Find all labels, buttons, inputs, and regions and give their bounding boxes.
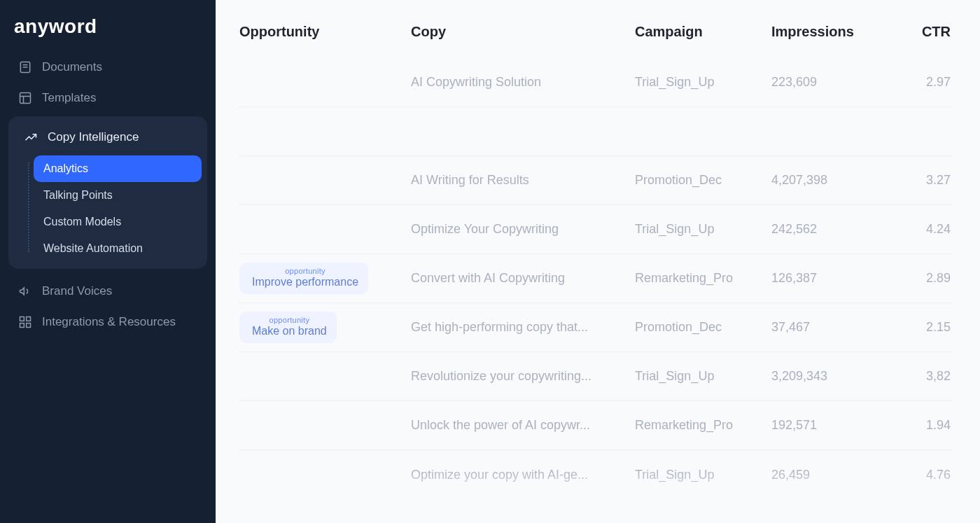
sidebar-item-brand-voices[interactable]: Brand Voices (8, 276, 207, 307)
cell-campaign: Remarketing_Pro (635, 418, 771, 433)
cell-ctr: 2.15 (890, 320, 953, 335)
cell-copy: Optimize your copy with AI-ge... (411, 468, 635, 482)
cell-copy: AI Writing for Results (411, 173, 635, 188)
sidebar-subitem-talking-points[interactable]: Talking Points (34, 182, 202, 209)
cell-opportunity: opportunityImprove performance (239, 263, 411, 294)
cell-campaign: Promotion_Dec (635, 320, 771, 335)
opportunity-label: Make on brand (252, 325, 327, 337)
sidebar-item-copy-intelligence[interactable]: Copy Intelligence (14, 122, 202, 153)
sidebar-item-label: Copy Intelligence (48, 130, 139, 144)
cell-campaign: Trial_Sign_Up (635, 468, 771, 482)
megaphone-icon (18, 284, 32, 298)
sidebar-subitem-label: Website Automation (43, 242, 143, 255)
cell-impressions: 192,571 (771, 418, 890, 433)
cell-impressions: 37,467 (771, 320, 890, 335)
cell-copy: Get high-performing copy that... (411, 320, 635, 335)
sidebar: anyword Documents Templates Copy Intelli… (0, 0, 216, 523)
cell-copy: Unlock the power of AI copywr... (411, 418, 635, 433)
cell-impressions: 3,209,343 (771, 369, 890, 384)
cell-ctr: 4.24 (890, 222, 953, 237)
sidebar-subitem-label: Analytics (43, 162, 88, 175)
col-header-copy[interactable]: Copy (411, 24, 635, 40)
sidebar-item-label: Brand Voices (42, 284, 112, 298)
table-row[interactable]: Unlock the power of AI copywr...Remarket… (239, 401, 952, 450)
sidebar-sublist: Analytics Talking Points Custom Models W… (28, 155, 202, 262)
svg-rect-6 (20, 317, 24, 321)
cell-ctr: 1.94 (890, 418, 953, 433)
sidebar-subitem-label: Custom Models (43, 216, 121, 228)
grid-icon (18, 315, 32, 329)
cell-impressions: 4,207,398 (771, 173, 890, 188)
col-header-ctr[interactable]: CTR (890, 24, 953, 40)
cell-impressions: 26,459 (771, 468, 890, 482)
cell-copy: Optimize Your Copywriting (411, 222, 635, 237)
cell-opportunity: opportunityMake on brand (239, 312, 411, 343)
sidebar-item-label: Templates (42, 91, 96, 105)
cell-ctr: 2.97 (890, 75, 953, 90)
cell-impressions: 242,562 (771, 222, 890, 237)
sidebar-item-templates[interactable]: Templates (8, 83, 207, 113)
svg-rect-9 (27, 323, 31, 328)
cell-campaign: Trial_Sign_Up (635, 369, 771, 384)
cell-ctr: 3.27 (890, 173, 953, 188)
cell-copy: AI Copywriting Solution (411, 75, 635, 90)
table-row[interactable]: opportunityMake on brandGet high-perform… (239, 303, 952, 352)
sidebar-subitem-analytics[interactable]: Analytics (34, 155, 202, 182)
opportunity-label: Improve performance (252, 276, 358, 288)
sidebar-subitem-custom-models[interactable]: Custom Models (34, 209, 202, 235)
cell-ctr: 4.76 (890, 468, 953, 482)
brand-logo: anyword (8, 13, 207, 52)
opportunity-chip[interactable]: opportunityMake on brand (239, 312, 337, 343)
cell-impressions: 126,387 (771, 271, 890, 286)
sidebar-group-copy-intelligence: Copy Intelligence Analytics Talking Poin… (8, 116, 207, 269)
cell-campaign: Trial_Sign_Up (635, 75, 771, 90)
table-row[interactable]: AI Copywriting SolutionTrial_Sign_Up223,… (239, 58, 952, 107)
sidebar-item-documents[interactable]: Documents (8, 52, 207, 83)
cell-ctr: 2.89 (890, 271, 953, 286)
sidebar-subitem-website-automation[interactable]: Website Automation (34, 235, 202, 262)
table-header-row: Opportunity Copy Campaign Impressions CT… (239, 24, 952, 58)
svg-rect-7 (27, 317, 31, 321)
table-spacer-row (239, 107, 952, 156)
sidebar-item-integrations-resources[interactable]: Integrations & Resources (8, 307, 207, 337)
table-row[interactable]: AI Writing for ResultsPromotion_Dec4,207… (239, 156, 952, 205)
cell-copy: Revolutionize your copywriting... (411, 369, 635, 384)
table-row[interactable]: Optimize Your CopywritingTrial_Sign_Up24… (239, 205, 952, 254)
cell-impressions: 223,609 (771, 75, 890, 90)
col-header-impressions[interactable]: Impressions (771, 24, 890, 40)
svg-rect-8 (20, 323, 24, 328)
table-row[interactable]: opportunityImprove performanceConvert wi… (239, 254, 952, 303)
cell-ctr: 3,82 (890, 369, 953, 384)
opportunity-kicker: opportunity (285, 267, 326, 276)
sidebar-subitem-label: Talking Points (43, 189, 113, 202)
col-header-opportunity[interactable]: Opportunity (239, 24, 411, 40)
document-icon (18, 60, 32, 74)
sidebar-item-label: Integrations & Resources (42, 315, 176, 329)
trend-up-icon (24, 130, 38, 144)
cell-campaign: Trial_Sign_Up (635, 222, 771, 237)
col-header-campaign[interactable]: Campaign (635, 24, 771, 40)
opportunity-chip[interactable]: opportunityImprove performance (239, 263, 368, 294)
opportunity-kicker: opportunity (270, 316, 310, 325)
table-row[interactable]: Optimize your copy with AI-ge...Trial_Si… (239, 450, 952, 499)
cell-copy: Convert with AI Copywriting (411, 271, 635, 286)
layout-icon (18, 91, 32, 105)
table-row[interactable]: Revolutionize your copywriting...Trial_S… (239, 352, 952, 401)
main-content: Opportunity Copy Campaign Impressions CT… (216, 0, 980, 523)
cell-campaign: Remarketing_Pro (635, 271, 771, 286)
table-body: AI Copywriting SolutionTrial_Sign_Up223,… (239, 58, 952, 499)
sidebar-item-label: Documents (42, 60, 102, 74)
svg-rect-3 (20, 93, 31, 104)
cell-campaign: Promotion_Dec (635, 173, 771, 188)
